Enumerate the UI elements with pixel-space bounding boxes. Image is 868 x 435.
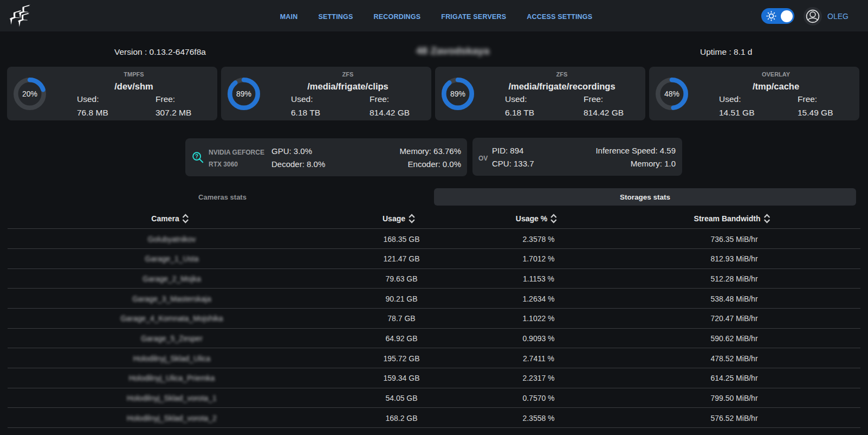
svg-text:?: ? (195, 153, 198, 159)
